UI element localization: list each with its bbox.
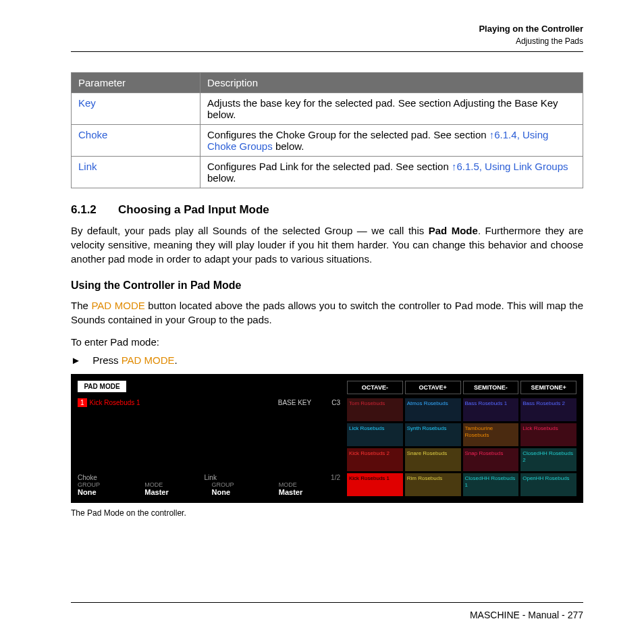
step-line: ► Press PAD MODE. bbox=[71, 354, 583, 366]
pad-mode-label: PAD MODE bbox=[91, 300, 144, 311]
param-choke: Choke bbox=[72, 125, 200, 157]
footer: MASCHINE - Manual - 277 bbox=[71, 602, 583, 620]
subsection-heading: Using the Controller in Pad Mode bbox=[71, 279, 583, 292]
desc-choke: Configures the Choke Group for the selec… bbox=[200, 125, 583, 157]
page-indicator: 1/2 bbox=[331, 474, 340, 481]
pad-cell: Kick Rosebuds 2 bbox=[347, 448, 403, 471]
header-subtitle: Adjusting the Pads bbox=[71, 36, 583, 46]
ctrl-top-button: OCTAVE- bbox=[347, 381, 403, 394]
pad-cell: Tom Rosebuds bbox=[347, 398, 403, 421]
subsection-paragraph: The PAD MODE button located above the pa… bbox=[71, 298, 583, 327]
table-row: Key Adjusts the base key for the selecte… bbox=[72, 93, 583, 125]
base-key-label: BASE KEY bbox=[278, 399, 311, 406]
pad-cell: Bass Rosebuds 2 bbox=[520, 398, 576, 421]
ctrl-top-button: SEMITONE+ bbox=[520, 381, 576, 394]
desc-link: Configures Pad Link for the selected pad… bbox=[200, 157, 583, 188]
step-arrow-icon: ► bbox=[71, 354, 90, 366]
link-link-groups[interactable]: ↑6.1.5, Using Link Groups bbox=[452, 161, 568, 172]
slot-name: Kick Rosebuds 1 bbox=[90, 399, 140, 406]
th-description: Description bbox=[200, 73, 583, 93]
pad-cell: Kick Rosebuds 1 bbox=[347, 473, 403, 496]
pad-cell: OpenHH Rosebuds bbox=[520, 473, 576, 496]
desc-key: Adjusts the base key for the selected pa… bbox=[200, 93, 583, 125]
base-key-value: C3 bbox=[331, 399, 340, 406]
choke-header: Choke bbox=[78, 474, 205, 481]
controller-screenshot: PAD MODE 1Kick Rosebuds 1 BASE KEY C3 Ch… bbox=[71, 374, 583, 503]
figure-caption: The Pad Mode on the controller. bbox=[71, 508, 583, 518]
pad-mode-tab: PAD MODE bbox=[78, 381, 126, 392]
pad-cell: Snare Rosebuds bbox=[405, 448, 461, 471]
pad-cell: Tambourine Rosebuds bbox=[463, 423, 519, 446]
section-paragraph: By default, your pads play all Sounds of… bbox=[71, 223, 583, 266]
header-rule bbox=[71, 51, 583, 52]
pad-cell: Rim Rosebuds bbox=[405, 473, 461, 496]
header-title: Playing on the Controller bbox=[71, 24, 583, 34]
section-heading: 6.1.2Choosing a Pad Input Mode bbox=[71, 203, 583, 217]
pad-cell: ClosedHH Rosebuds 1 bbox=[463, 473, 519, 496]
pad-mode-button-label: PAD MODE bbox=[122, 354, 175, 366]
th-parameter: Parameter bbox=[72, 73, 200, 93]
ctrl-top-button: SEMITONE- bbox=[463, 381, 519, 394]
pad-cell: Bass Rosebuds 1 bbox=[463, 398, 519, 421]
pad-cell: Atmos Rosebuds bbox=[405, 398, 461, 421]
pad-cell: Snap Rosebuds bbox=[463, 448, 519, 471]
pad-cell: Lick Rosebuds bbox=[347, 423, 403, 446]
param-key: Key bbox=[72, 93, 200, 125]
link-header: Link bbox=[205, 474, 331, 481]
instruction-text: To enter Pad mode: bbox=[71, 336, 583, 348]
parameter-table: Parameter Description Key Adjusts the ba… bbox=[71, 72, 583, 188]
ctrl-top-button: OCTAVE+ bbox=[405, 381, 461, 394]
pad-cell: ClosedHH Rosebuds 2 bbox=[520, 448, 576, 471]
table-row: Link Configures Pad Link for the selecte… bbox=[72, 157, 583, 188]
pad-cell: Synth Rosebuds bbox=[405, 423, 461, 446]
table-row: Choke Configures the Choke Group for the… bbox=[72, 125, 583, 157]
pad-cell: Lick Rosebuds bbox=[520, 423, 576, 446]
param-link: Link bbox=[72, 157, 200, 188]
